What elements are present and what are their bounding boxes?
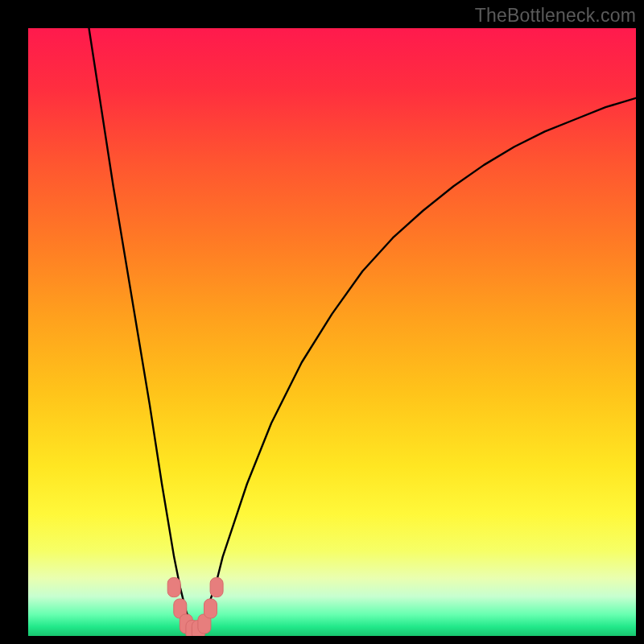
highlight-marker <box>204 599 217 618</box>
highlight-marker <box>210 578 223 597</box>
watermark-text: TheBottleneck.com <box>475 5 636 27</box>
highlight-marker <box>167 578 180 597</box>
outer-frame: TheBottleneck.com <box>0 0 644 644</box>
gradient-background <box>28 28 636 636</box>
bottleneck-chart <box>28 28 636 636</box>
plot-area <box>28 28 636 636</box>
